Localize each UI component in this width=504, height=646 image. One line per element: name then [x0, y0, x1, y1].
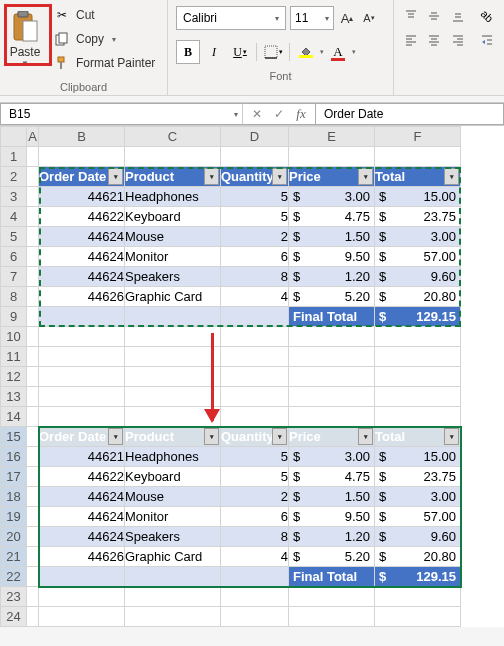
cell-D13[interactable]: [221, 387, 289, 407]
cell-A18[interactable]: [27, 487, 39, 507]
bold-button[interactable]: B: [176, 40, 200, 64]
cell-A6[interactable]: [27, 247, 39, 267]
cell-C10[interactable]: [125, 327, 221, 347]
filter-icon[interactable]: ▾: [204, 168, 219, 185]
cell-B12[interactable]: [39, 367, 125, 387]
cell-F13[interactable]: [375, 387, 461, 407]
table-header-order-date[interactable]: Order Date▾: [39, 427, 125, 447]
cell-F6[interactable]: $57.00: [375, 247, 461, 267]
cell-C16[interactable]: Headphones: [125, 447, 221, 467]
font-size-select[interactable]: 11 ▾: [290, 6, 334, 30]
table-header-order-date[interactable]: Order Date▾: [39, 167, 125, 187]
cell-A14[interactable]: [27, 407, 39, 427]
table-header-quantity[interactable]: Quantity▾: [221, 167, 289, 187]
cell-B11[interactable]: [39, 347, 125, 367]
cell-A7[interactable]: [27, 267, 39, 287]
cell-C6[interactable]: Monitor: [125, 247, 221, 267]
column-header-A[interactable]: A: [27, 127, 39, 147]
cell-A10[interactable]: [27, 327, 39, 347]
cell-D24[interactable]: [221, 607, 289, 627]
cell-A17[interactable]: [27, 467, 39, 487]
row-header-10[interactable]: 10: [1, 327, 27, 347]
row-header-14[interactable]: 14: [1, 407, 27, 427]
cell-D3[interactable]: 5: [221, 187, 289, 207]
cell-A24[interactable]: [27, 607, 39, 627]
row-header-5[interactable]: 5: [1, 227, 27, 247]
select-all-corner[interactable]: [1, 127, 27, 147]
cell-D9[interactable]: [221, 307, 289, 327]
table-header-product[interactable]: Product▾: [125, 167, 221, 187]
chevron-down-icon[interactable]: ▾: [352, 48, 356, 56]
cell-F11[interactable]: [375, 347, 461, 367]
cell-E10[interactable]: [289, 327, 375, 347]
cell-D8[interactable]: 4: [221, 287, 289, 307]
cut-button[interactable]: ✂ Cut: [50, 4, 167, 26]
cell-E24[interactable]: [289, 607, 375, 627]
cell-D12[interactable]: [221, 367, 289, 387]
cell-D16[interactable]: 5: [221, 447, 289, 467]
cell-B13[interactable]: [39, 387, 125, 407]
cell-E12[interactable]: [289, 367, 375, 387]
cell-C24[interactable]: [125, 607, 221, 627]
cell-F14[interactable]: [375, 407, 461, 427]
cell-B7[interactable]: 44624: [39, 267, 125, 287]
cancel-formula-button[interactable]: ✕: [247, 104, 267, 124]
cell-A13[interactable]: [27, 387, 39, 407]
cell-A1[interactable]: [27, 147, 39, 167]
cell-C19[interactable]: Monitor: [125, 507, 221, 527]
cell-E18[interactable]: $1.50: [289, 487, 375, 507]
cell-F3[interactable]: $15.00: [375, 187, 461, 207]
filter-icon[interactable]: ▾: [358, 428, 373, 445]
cell-C12[interactable]: [125, 367, 221, 387]
cell-A21[interactable]: [27, 547, 39, 567]
cell-D22[interactable]: [221, 567, 289, 587]
align-top-button[interactable]: [400, 6, 422, 26]
cell-F16[interactable]: $15.00: [375, 447, 461, 467]
table-header-total[interactable]: Total▾: [375, 427, 461, 447]
cell-B23[interactable]: [39, 587, 125, 607]
row-header-23[interactable]: 23: [1, 587, 27, 607]
row-header-4[interactable]: 4: [1, 207, 27, 227]
align-bottom-button[interactable]: [447, 6, 469, 26]
font-color-button[interactable]: A: [326, 40, 350, 64]
align-middle-button[interactable]: [424, 6, 446, 26]
paste-button[interactable]: Paste ▼: [0, 0, 50, 79]
cell-A9[interactable]: [27, 307, 39, 327]
cell-A4[interactable]: [27, 207, 39, 227]
accept-formula-button[interactable]: ✓: [269, 104, 289, 124]
cell-B14[interactable]: [39, 407, 125, 427]
cell-E6[interactable]: $9.50: [289, 247, 375, 267]
row-header-6[interactable]: 6: [1, 247, 27, 267]
table-header-price[interactable]: Price▾: [289, 427, 375, 447]
cell-E5[interactable]: $1.50: [289, 227, 375, 247]
cell-B19[interactable]: 44624: [39, 507, 125, 527]
cell-F18[interactable]: $3.00: [375, 487, 461, 507]
cell-F1[interactable]: [375, 147, 461, 167]
cell-C4[interactable]: Keyboard: [125, 207, 221, 227]
cell-F19[interactable]: $57.00: [375, 507, 461, 527]
cell-A16[interactable]: [27, 447, 39, 467]
row-header-2[interactable]: 2: [1, 167, 27, 187]
cell-D1[interactable]: [221, 147, 289, 167]
cell-B10[interactable]: [39, 327, 125, 347]
cell-C3[interactable]: Headphones: [125, 187, 221, 207]
cell-D7[interactable]: 8: [221, 267, 289, 287]
row-header-13[interactable]: 13: [1, 387, 27, 407]
cell-C1[interactable]: [125, 147, 221, 167]
cell-C8[interactable]: Graphic Card: [125, 287, 221, 307]
filter-icon[interactable]: ▾: [444, 428, 459, 445]
cell-B3[interactable]: 44621: [39, 187, 125, 207]
row-header-18[interactable]: 18: [1, 487, 27, 507]
cell-A19[interactable]: [27, 507, 39, 527]
cell-B9[interactable]: [39, 307, 125, 327]
align-left-button[interactable]: [400, 30, 422, 50]
cell-D19[interactable]: 6: [221, 507, 289, 527]
cell-D23[interactable]: [221, 587, 289, 607]
cell-A11[interactable]: [27, 347, 39, 367]
cell-A12[interactable]: [27, 367, 39, 387]
chevron-down-icon[interactable]: ▾: [234, 110, 238, 119]
row-header-12[interactable]: 12: [1, 367, 27, 387]
row-header-3[interactable]: 3: [1, 187, 27, 207]
row-header-19[interactable]: 19: [1, 507, 27, 527]
cell-E16[interactable]: $3.00: [289, 447, 375, 467]
